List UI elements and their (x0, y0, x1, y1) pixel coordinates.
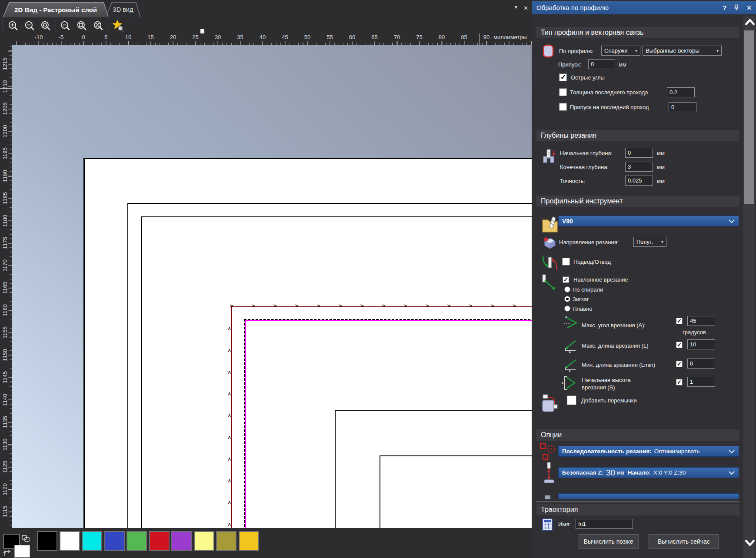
panel-close-icon[interactable]: ✕ (746, 4, 752, 11)
palette-swatch[interactable] (171, 531, 192, 551)
bridges-checkbox[interactable] (567, 395, 576, 405)
zoom-in-button[interactable] (6, 18, 20, 33)
min-ramp-length-icon: L (563, 358, 578, 372)
allowance-label: Припуск: (558, 61, 581, 68)
toolbar-separator (56, 19, 56, 32)
zoom-out-icon (24, 20, 35, 31)
selected-vector[interactable] (244, 319, 532, 528)
cut-sequence-value: Оптимизировать (654, 448, 700, 455)
zoom-rectangle-button[interactable] (74, 18, 89, 33)
min-ramp-length-label: Мин. длина врезания (Lmin) (582, 362, 655, 368)
profile-side-value: Снаружи (604, 47, 628, 54)
ramp-start-height-checkbox[interactable] (676, 379, 683, 385)
canvas-area[interactable]: >>>>>>>>>>>>>>>>>>>>>>>> (12, 45, 532, 528)
last-pass-allowance-checkbox[interactable] (559, 103, 567, 111)
ramp-start-height-input[interactable] (687, 377, 715, 387)
calculate-now-button[interactable]: Вычислить сейчас (649, 535, 719, 548)
zoom-selected-vectors-button[interactable] (111, 18, 126, 33)
h-ruler-tick-label: 65 (371, 34, 377, 40)
max-ramp-length-checkbox[interactable] (676, 342, 683, 348)
palette-swatch[interactable] (37, 531, 57, 551)
max-ramp-angle-input[interactable] (687, 316, 715, 326)
zoom-in-icon (7, 20, 19, 31)
ramp-zigzag-radio[interactable] (564, 296, 570, 302)
last-pass-thickness-checkbox[interactable] (559, 88, 567, 96)
palette-swatch[interactable] (239, 531, 259, 551)
end-depth-input[interactable] (625, 162, 653, 172)
tab-3d-view[interactable]: 3D вид (105, 2, 141, 17)
scroll-down-icon[interactable] (744, 539, 756, 547)
view-close-icon[interactable]: ✕ (523, 5, 528, 11)
min-ramp-length-checkbox[interactable] (676, 361, 683, 367)
allowance-input[interactable] (588, 59, 615, 69)
scroll-up-icon[interactable] (744, 18, 756, 26)
clipped-option-bar[interactable] (558, 493, 739, 499)
panel-splitter[interactable] (536, 501, 739, 502)
palette-swatch[interactable] (82, 531, 102, 551)
panel-header: Обработка по профилю ? ✕ (532, 1, 756, 14)
toolpath-direction-arrow: > (360, 303, 364, 308)
toolpath-name-input[interactable] (576, 519, 633, 529)
tool-selector-bar[interactable]: V90 (558, 216, 739, 226)
palette-swatch[interactable] (149, 531, 170, 551)
h-ruler-major-ticks (12, 41, 532, 45)
palette-swatch[interactable] (216, 531, 236, 551)
panel-scrollbar-thumb[interactable] (744, 30, 754, 204)
v-ruler-tick-label: 1215 (2, 58, 8, 70)
vector-association-value: Выбранные векторы (646, 47, 699, 54)
last-pass-allowance-input[interactable] (669, 102, 696, 112)
calculate-later-button[interactable]: Вычислить позже (578, 535, 639, 548)
palette-swatch[interactable] (194, 531, 214, 551)
cut-sequence-bar[interactable]: Последовательность резания: Оптимизирова… (558, 446, 739, 457)
zoom-previous-button[interactable] (38, 18, 53, 33)
ruler-corner (0, 33, 12, 45)
zoom-fit-button[interactable] (91, 18, 106, 33)
sharp-corners-checkbox[interactable] (559, 73, 567, 81)
max-ramp-angle-label: Макс. угол врезания (А): (582, 322, 646, 329)
toolpath-direction-arrow: > (227, 457, 232, 461)
chevron-down-icon (728, 449, 735, 454)
palette-swatch[interactable] (127, 531, 147, 551)
safe-z-bar[interactable]: Безопасная Z: 30 мм Начало: X:0 Y:0 Z:30 (558, 467, 739, 478)
palette-swatch[interactable] (60, 531, 80, 551)
v-ruler-tick-label: 1190 (2, 170, 8, 182)
ramp-checkbox[interactable] (563, 276, 569, 283)
max-ramp-length-input[interactable] (687, 339, 715, 349)
max-ramp-angle-icon: A (563, 315, 579, 329)
ramp-spiral-radio[interactable] (564, 286, 570, 292)
zoom-rectangle-icon (76, 20, 87, 31)
palette-swatch[interactable] (104, 531, 125, 551)
help-icon[interactable]: ? (723, 4, 727, 11)
vector-association-dropdown[interactable]: Выбранные векторы (643, 46, 722, 56)
h-ruler-tick-label: 15 (147, 34, 153, 40)
safe-z-unit: мм (617, 470, 624, 476)
bridges-label: Добавить перемычки (581, 397, 637, 404)
zoom-out-button[interactable] (22, 18, 37, 33)
v-ruler-tick-label: 1115 (2, 506, 8, 518)
h-ruler-tick-label: 35 (237, 34, 243, 40)
cut-direction-dropdown[interactable]: Попут. (633, 237, 666, 247)
ramp-smooth-radio[interactable] (564, 306, 570, 312)
swap-colors-icon[interactable] (3, 550, 12, 558)
h-ruler-tick-label: -5 (59, 34, 64, 40)
pin-icon[interactable] (733, 4, 739, 11)
view-menu-collapse-icon[interactable]: ▼ (514, 5, 518, 10)
h-ruler-tick-label: 80 (439, 34, 445, 40)
link-colors-icon[interactable] (21, 535, 30, 542)
last-pass-allowance-label: Припуск на последний проход (570, 104, 649, 110)
min-ramp-length-input[interactable] (687, 359, 715, 369)
zoom-1to1-button[interactable]: 1:1 (58, 18, 73, 33)
toolpath-name-label: Имя: (558, 521, 571, 528)
h-ruler: -10-505101520253035404550556065707580859… (12, 33, 532, 45)
start-depth-input[interactable] (625, 148, 653, 158)
max-ramp-length-label: Макс. длина врезания (L) (582, 342, 648, 349)
tolerance-input[interactable] (625, 176, 653, 186)
h-ruler-tick-label: 50 (304, 34, 310, 40)
profile-side-dropdown[interactable]: Снаружи (601, 46, 640, 56)
max-ramp-angle-checkbox[interactable] (676, 318, 683, 324)
lead-in-out-checkbox[interactable] (562, 258, 570, 266)
tab-2d-view[interactable]: 2D Вид - Растровый слой (3, 2, 109, 17)
workspace-region: 2D Вид - Растровый слой 3D вид ▼ ✕ (0, 0, 532, 558)
last-pass-thickness-input[interactable] (667, 87, 695, 97)
secondary-color-swatch[interactable] (14, 545, 30, 558)
